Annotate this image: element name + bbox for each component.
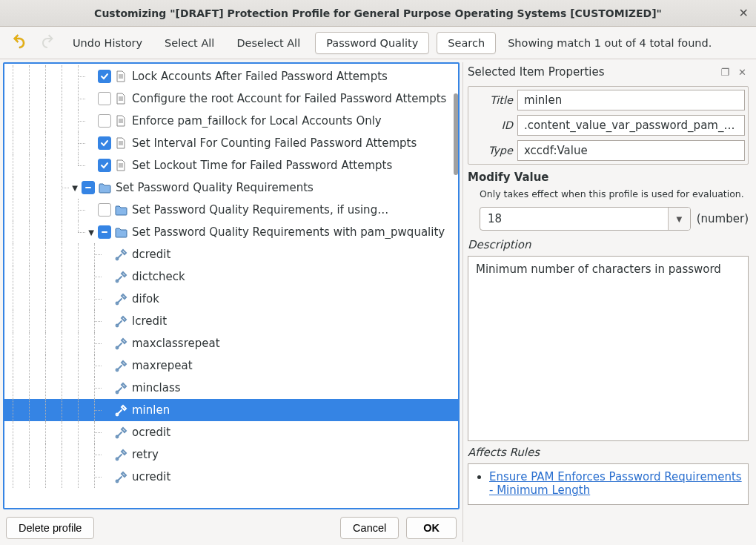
- tree-row-label: ocredit: [132, 426, 170, 439]
- properties-pane: Selected Item Properties ❐ ✕ Title minle…: [462, 62, 753, 542]
- svg-rect-0: [85, 187, 91, 188]
- delete-profile-button[interactable]: Delete profile: [6, 517, 94, 539]
- tree-row-label: Set Password Quality Requirements: [116, 181, 314, 194]
- tree-row-label: Set Interval For Counting Failed Passwor…: [132, 136, 417, 150]
- cancel-button[interactable]: Cancel: [340, 517, 399, 539]
- checkbox[interactable]: [98, 136, 111, 150]
- affected-rule-item: Ensure PAM Enforces Password Requirement…: [489, 470, 743, 497]
- match-status: Showing match 1 out of 4 total found.: [508, 37, 712, 49]
- tree-row-label: lcredit: [132, 314, 167, 328]
- checkbox[interactable]: [98, 225, 111, 239]
- tree-row[interactable]: retry: [4, 443, 458, 466]
- tree-row[interactable]: dcredit: [4, 243, 458, 265]
- dialog-buttons: Delete profile Cancel OK: [3, 509, 460, 542]
- tree-row-label: Set Password Quality Requirements, if us…: [132, 203, 388, 217]
- tree-row[interactable]: Enforce pam_faillock for Local Accounts …: [4, 110, 458, 132]
- tool-icon: [114, 292, 127, 305]
- checkbox[interactable]: [98, 203, 111, 217]
- prop-val-type[interactable]: xccdf:Value: [517, 140, 745, 161]
- folder-icon: [114, 203, 127, 217]
- tree-row[interactable]: Lock Accounts After Failed Password Atte…: [4, 65, 458, 87]
- prop-key-title: Title: [471, 94, 513, 106]
- close-panel-icon[interactable]: ✕: [736, 67, 749, 78]
- tree-row[interactable]: ▼Set Password Quality Requirements: [4, 176, 458, 199]
- modify-value-row: 18 ▼ (number): [468, 207, 749, 234]
- prop-val-title[interactable]: minlen: [517, 90, 745, 110]
- modify-value-hint: Only takes effect when this profile is u…: [480, 188, 749, 199]
- undo-icon[interactable]: [9, 33, 30, 53]
- tree-row-label: maxclassrepeat: [132, 337, 220, 350]
- checkbox[interactable]: [98, 159, 111, 172]
- tree-row[interactable]: Set Interval For Counting Failed Passwor…: [4, 132, 458, 154]
- value-combobox[interactable]: 18 ▼: [480, 207, 691, 231]
- tree-row[interactable]: ocredit: [4, 421, 458, 443]
- modify-value-label: Modify Value: [468, 171, 749, 184]
- tree-view[interactable]: Lock Accounts After Failed Password Atte…: [3, 62, 460, 509]
- prop-key-id: ID: [471, 119, 513, 131]
- tool-icon: [114, 381, 127, 394]
- tree-row[interactable]: Configure the root Account for Failed Pa…: [4, 87, 458, 110]
- tree-row-label: dictcheck: [132, 270, 185, 283]
- folder-icon: [114, 225, 127, 239]
- titlebar: Customizing "[DRAFT] Protection Profile …: [0, 0, 756, 27]
- tree-row-label: minlen: [132, 403, 170, 417]
- tree-row-label: Configure the root Account for Failed Pa…: [132, 92, 446, 105]
- tree-row-label: Set Password Quality Requirements with p…: [132, 225, 445, 239]
- tree-row[interactable]: maxrepeat: [4, 354, 458, 377]
- tree-row-label: dcredit: [132, 248, 170, 261]
- tree-row-label: minclass: [132, 381, 181, 394]
- tree-row-label: retry: [132, 448, 159, 461]
- properties-title: Selected Item Properties: [468, 65, 714, 79]
- tool-icon: [114, 426, 127, 439]
- select-all-button[interactable]: Select All: [157, 34, 222, 52]
- doc-icon: [114, 136, 127, 150]
- detach-icon[interactable]: ❐: [718, 67, 732, 78]
- prop-val-id[interactable]: .content_value_var_password_pam_minlen: [517, 115, 745, 136]
- tree-expander-icon[interactable]: ▼: [86, 228, 96, 237]
- tree-row-label: Set Lockout Time for Failed Password Att…: [132, 159, 392, 172]
- tree-row[interactable]: minlen: [4, 399, 458, 421]
- deselect-all-button[interactable]: Deselect All: [229, 34, 308, 52]
- tree-row[interactable]: ucredit: [4, 466, 458, 488]
- affects-rules-label: Affects Rules: [468, 446, 749, 459]
- scrollbar[interactable]: [454, 93, 458, 175]
- description-text: Minimum number of characters in password: [468, 256, 749, 441]
- tool-icon: [114, 248, 127, 261]
- value-input[interactable]: 18: [480, 208, 668, 230]
- properties-header: Selected Item Properties ❐ ✕: [468, 64, 749, 82]
- tree-row[interactable]: Set Password Quality Requirements, if us…: [4, 199, 458, 221]
- main: Lock Accounts After Failed Password Atte…: [0, 59, 756, 545]
- doc-icon: [114, 159, 127, 172]
- affected-rule-link[interactable]: Ensure PAM Enforces Password Requirement…: [489, 470, 742, 497]
- checkbox[interactable]: [98, 92, 111, 105]
- tree-row-label: maxrepeat: [132, 359, 193, 372]
- tree-row[interactable]: difok: [4, 288, 458, 310]
- checkbox[interactable]: [82, 181, 95, 194]
- svg-rect-1: [102, 231, 107, 233]
- left-pane: Lock Accounts After Failed Password Atte…: [3, 62, 460, 542]
- tree-row-label: Enforce pam_faillock for Local Accounts …: [132, 114, 382, 128]
- redo-icon[interactable]: [37, 33, 58, 53]
- toolbar: Undo History Select All Deselect All Pas…: [0, 27, 756, 59]
- tree-expander-icon[interactable]: ▼: [70, 184, 80, 192]
- tree-row-label: Lock Accounts After Failed Password Atte…: [132, 70, 388, 83]
- undo-history-button[interactable]: Undo History: [65, 34, 150, 52]
- tool-icon: [114, 448, 127, 461]
- ok-button[interactable]: OK: [406, 517, 457, 539]
- folder-icon: [98, 181, 111, 194]
- tree-row[interactable]: minclass: [4, 377, 458, 399]
- tree-row[interactable]: ▼Set Password Quality Requirements with …: [4, 221, 458, 243]
- tree-row[interactable]: dictcheck: [4, 265, 458, 288]
- tree-row[interactable]: lcredit: [4, 310, 458, 332]
- tool-icon: [114, 270, 127, 283]
- checkbox[interactable]: [98, 114, 111, 128]
- prop-key-type: Type: [471, 145, 513, 156]
- search-button[interactable]: Search: [437, 32, 496, 54]
- close-icon[interactable]: ✕: [739, 6, 749, 20]
- chevron-down-icon[interactable]: ▼: [668, 208, 690, 230]
- search-input[interactable]: Password Quality: [315, 32, 429, 54]
- checkbox[interactable]: [98, 70, 111, 83]
- doc-icon: [114, 114, 127, 128]
- tree-row[interactable]: Set Lockout Time for Failed Password Att…: [4, 154, 458, 176]
- tree-row[interactable]: maxclassrepeat: [4, 332, 458, 354]
